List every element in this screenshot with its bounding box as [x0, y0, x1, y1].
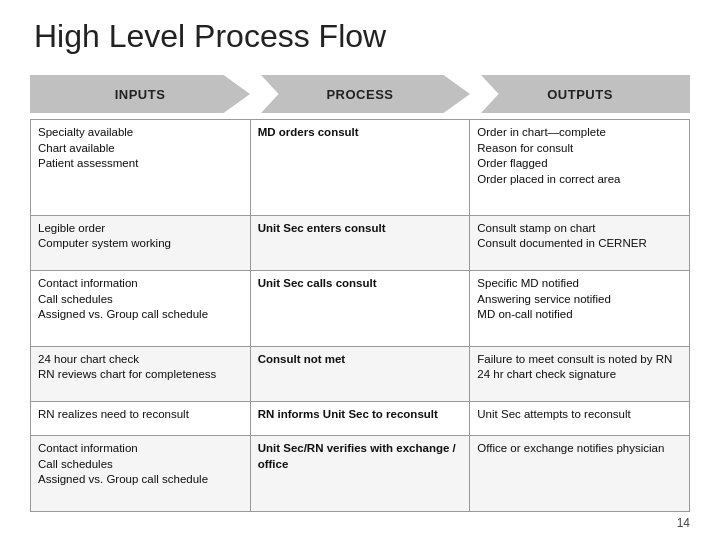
cell-outputs-1: Consult stamp on chartConsult documented…	[470, 215, 690, 270]
outputs-arrow: OUTPUTS	[470, 75, 690, 113]
cell-process-0: MD orders consult	[250, 120, 470, 216]
process-label: PROCESS	[326, 87, 393, 102]
inputs-label: INPUTS	[115, 87, 166, 102]
cell-outputs-0: Order in chart—completeReason for consul…	[470, 120, 690, 216]
inputs-header-cell: INPUTS	[30, 69, 250, 119]
cell-inputs-0: Specialty availableChart availablePatien…	[31, 120, 251, 216]
page-title: High Level Process Flow	[30, 18, 690, 55]
table-row: RN realizes need to reconsultRN informs …	[31, 401, 690, 436]
cell-process-3: Consult not met	[250, 346, 470, 401]
process-header-cell: PROCESS	[250, 69, 470, 119]
table-row: Contact informationCall schedulesAssigne…	[31, 436, 690, 512]
cell-outputs-3: Failure to meet consult is noted by RN24…	[470, 346, 690, 401]
cell-process-5: Unit Sec/RN verifies with exchange / off…	[250, 436, 470, 512]
cell-inputs-5: Contact informationCall schedulesAssigne…	[31, 436, 251, 512]
page-number: 14	[30, 512, 690, 530]
table-row: Contact informationCall schedulesAssigne…	[31, 271, 690, 347]
cell-process-1: Unit Sec enters consult	[250, 215, 470, 270]
table-row: Specialty availableChart availablePatien…	[31, 120, 690, 216]
flow-container: INPUTS PROCESS OUTPUTS Specialty availab…	[30, 69, 690, 512]
cell-inputs-3: 24 hour chart checkRN reviews chart for …	[31, 346, 251, 401]
cell-inputs-2: Contact informationCall schedulesAssigne…	[31, 271, 251, 347]
outputs-label: OUTPUTS	[547, 87, 613, 102]
flow-table: Specialty availableChart availablePatien…	[30, 119, 690, 512]
cell-inputs-4: RN realizes need to reconsult	[31, 401, 251, 436]
inputs-arrow: INPUTS	[30, 75, 250, 113]
cell-process-2: Unit Sec calls consult	[250, 271, 470, 347]
outputs-header-cell: OUTPUTS	[470, 69, 690, 119]
table-row: Legible orderComputer system workingUnit…	[31, 215, 690, 270]
page: High Level Process Flow INPUTS PROCESS O…	[0, 0, 720, 540]
header-row: INPUTS PROCESS OUTPUTS	[30, 69, 690, 119]
cell-outputs-2: Specific MD notifiedAnswering service no…	[470, 271, 690, 347]
process-arrow: PROCESS	[250, 75, 470, 113]
table-row: 24 hour chart checkRN reviews chart for …	[31, 346, 690, 401]
cell-outputs-5: Office or exchange notifies physician	[470, 436, 690, 512]
cell-inputs-1: Legible orderComputer system working	[31, 215, 251, 270]
cell-outputs-4: Unit Sec attempts to reconsult	[470, 401, 690, 436]
cell-process-4: RN informs Unit Sec to reconsult	[250, 401, 470, 436]
